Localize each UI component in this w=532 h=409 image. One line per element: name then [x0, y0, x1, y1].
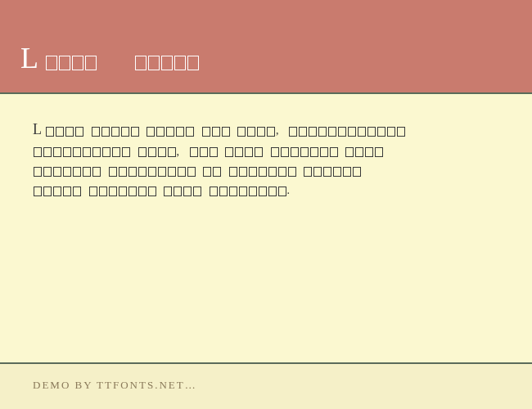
body-text: L , , . [33, 117, 499, 200]
body-boxes: , , . [33, 124, 406, 196]
body-initial: L [33, 121, 45, 137]
header-banner: L [0, 0, 532, 94]
footer-text: DEMO BY TTFONTS.NET… [33, 379, 499, 392]
footer-area: DEMO BY TTFONTS.NET… [0, 364, 532, 409]
decorative-initial: L [20, 41, 45, 75]
content-area: L , , . [0, 94, 532, 364]
title-boxes [45, 47, 200, 73]
header-title: L [20, 41, 512, 75]
